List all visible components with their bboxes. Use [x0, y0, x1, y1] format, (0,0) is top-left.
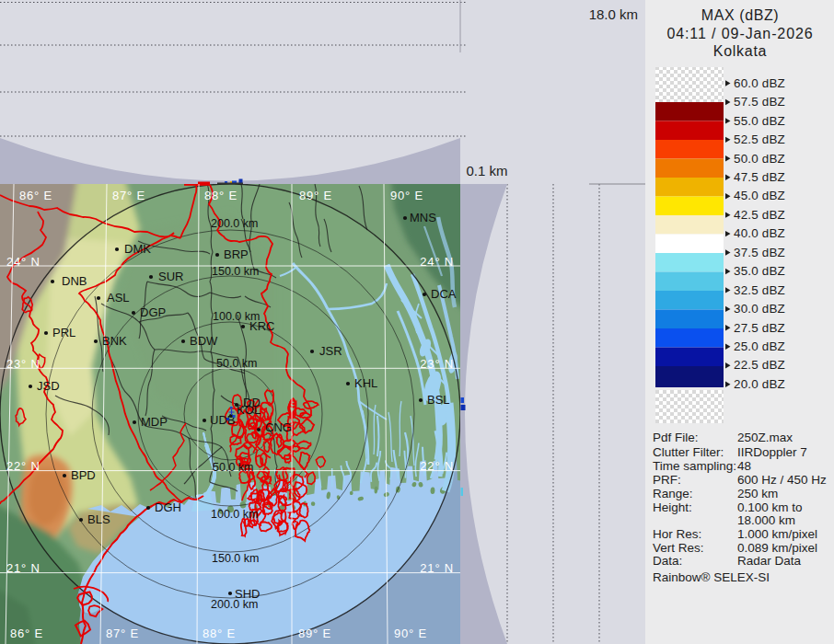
svg-text:IIRDoppler 7: IIRDoppler 7: [737, 445, 807, 459]
svg-text:UDB: UDB: [210, 413, 235, 427]
svg-text:24° N: 24° N: [6, 255, 41, 269]
svg-text:Kolkata: Kolkata: [713, 43, 767, 59]
svg-text:Rainbow® SELEX-SI: Rainbow® SELEX-SI: [653, 570, 770, 584]
svg-text:BSL: BSL: [427, 393, 450, 407]
svg-text:SHD: SHD: [235, 587, 260, 601]
svg-text:23° N: 23° N: [6, 357, 41, 371]
svg-text:DGP: DGP: [140, 305, 166, 319]
svg-text:MAX (dBZ): MAX (dBZ): [701, 7, 780, 23]
svg-text:1.000 km/pixel: 1.000 km/pixel: [737, 527, 817, 541]
svg-text:22° N: 22° N: [6, 459, 41, 473]
svg-text:BNK: BNK: [102, 334, 127, 348]
svg-text:90° E: 90° E: [394, 627, 427, 640]
svg-text:DMK: DMK: [124, 242, 151, 256]
svg-text:22.5 dBZ: 22.5 dBZ: [734, 358, 785, 372]
svg-text:50.0 dBZ: 50.0 dBZ: [734, 152, 785, 166]
svg-text:JSR: JSR: [319, 344, 342, 358]
svg-text:60.0 dBZ: 60.0 dBZ: [734, 76, 785, 90]
svg-text:30.0 dBZ: 30.0 dBZ: [734, 302, 785, 316]
svg-text:24° N: 24° N: [420, 255, 454, 269]
svg-text:PRF:: PRF:: [653, 473, 681, 487]
svg-text:KOL: KOL: [237, 403, 261, 417]
svg-text:KRC: KRC: [249, 319, 274, 333]
svg-text:SUR: SUR: [158, 270, 183, 283]
svg-text:CNG: CNG: [265, 420, 292, 434]
svg-text:Clutter Filter:: Clutter Filter:: [653, 445, 724, 459]
svg-text:Height:: Height:: [653, 500, 692, 514]
svg-text:MDP: MDP: [141, 415, 168, 429]
svg-text:Hor Res:: Hor Res:: [653, 527, 701, 541]
svg-text:18.0 km: 18.0 km: [589, 6, 638, 22]
svg-text:90° E: 90° E: [390, 189, 423, 202]
svg-text:57.5 dBZ: 57.5 dBZ: [734, 95, 785, 109]
svg-text:ASL: ASL: [107, 291, 130, 305]
svg-text:88° E: 88° E: [203, 627, 236, 640]
svg-text:18.000 km: 18.000 km: [737, 513, 795, 527]
svg-text:KHL: KHL: [354, 376, 377, 390]
svg-text:DNB: DNB: [62, 274, 87, 288]
svg-text:25.0 dBZ: 25.0 dBZ: [734, 339, 785, 353]
svg-text:Pdf File:: Pdf File:: [653, 431, 699, 444]
svg-text:150.0 km: 150.0 km: [212, 552, 259, 565]
svg-text:52.5 dBZ: 52.5 dBZ: [734, 132, 785, 146]
svg-text:0.100 km to: 0.100 km to: [737, 500, 803, 514]
svg-text:Vert Res:: Vert Res:: [653, 541, 704, 555]
svg-text:PRL: PRL: [52, 326, 75, 339]
svg-text:21° N: 21° N: [6, 561, 41, 575]
svg-text:37.5 dBZ: 37.5 dBZ: [734, 246, 785, 259]
svg-text:87° E: 87° E: [112, 189, 145, 202]
svg-text:Range:: Range:: [653, 487, 693, 500]
svg-text:BDW: BDW: [190, 334, 218, 348]
svg-text:89° E: 89° E: [298, 627, 331, 640]
svg-text:250Z.max: 250Z.max: [737, 431, 793, 444]
svg-text:48: 48: [737, 459, 751, 473]
svg-text:MNS: MNS: [410, 211, 436, 224]
svg-text:50.0 km: 50.0 km: [213, 461, 253, 474]
svg-text:32.5 dBZ: 32.5 dBZ: [734, 283, 785, 297]
svg-text:86° E: 86° E: [19, 189, 52, 202]
svg-text:BLS: BLS: [87, 512, 110, 526]
svg-text:04:11 / 09-Jan-2026: 04:11 / 09-Jan-2026: [666, 26, 813, 41]
svg-text:45.0 dBZ: 45.0 dBZ: [734, 189, 785, 202]
svg-text:250 km: 250 km: [737, 487, 778, 500]
svg-text:150.0 km: 150.0 km: [212, 265, 259, 278]
svg-text:27.5 dBZ: 27.5 dBZ: [734, 321, 785, 335]
svg-text:DCA: DCA: [431, 287, 457, 301]
svg-text:100.0 km: 100.0 km: [211, 508, 258, 521]
svg-text:200.0 km: 200.0 km: [211, 217, 258, 230]
svg-text:DGH: DGH: [155, 500, 181, 514]
svg-text:42.5 dBZ: 42.5 dBZ: [734, 208, 785, 222]
svg-text:21° N: 21° N: [420, 561, 454, 575]
svg-text:JSD: JSD: [37, 379, 60, 393]
svg-text:Radar Data: Radar Data: [737, 554, 802, 568]
svg-text:89° E: 89° E: [299, 189, 332, 202]
svg-text:Data:: Data:: [653, 554, 682, 568]
svg-text:50.0 km: 50.0 km: [216, 357, 257, 370]
svg-text:23° N: 23° N: [420, 357, 454, 371]
svg-text:88° E: 88° E: [204, 189, 237, 202]
svg-text:35.0 dBZ: 35.0 dBZ: [734, 264, 785, 278]
svg-text:0.1 km: 0.1 km: [467, 163, 508, 178]
svg-text:BPD: BPD: [71, 468, 96, 482]
svg-text:0.089 km/pixel: 0.089 km/pixel: [737, 541, 817, 555]
svg-text:55.0 dBZ: 55.0 dBZ: [734, 114, 785, 128]
svg-text:Time sampling:: Time sampling:: [653, 459, 736, 473]
svg-text:86° E: 86° E: [10, 627, 43, 640]
svg-text:40.0 dBZ: 40.0 dBZ: [734, 226, 785, 240]
svg-text:BRP: BRP: [224, 247, 249, 261]
svg-text:600 Hz / 450 Hz: 600 Hz / 450 Hz: [737, 473, 827, 487]
svg-text:22° N: 22° N: [420, 459, 454, 473]
svg-text:20.0 dBZ: 20.0 dBZ: [734, 377, 785, 391]
svg-text:87° E: 87° E: [106, 627, 139, 640]
svg-text:47.5 dBZ: 47.5 dBZ: [734, 170, 785, 184]
